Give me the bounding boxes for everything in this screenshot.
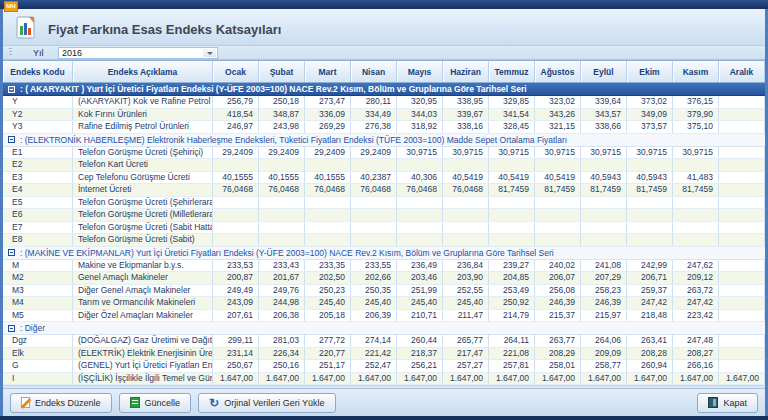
cell-index-code[interactable]: E5 (3, 197, 73, 209)
cell-month-value[interactable]: 40,5943 (627, 172, 673, 184)
cell-index-code[interactable]: E6 (3, 209, 73, 221)
cell-month-value[interactable] (673, 197, 719, 209)
column-header-9[interactable]: Ağustos (535, 61, 581, 82)
cell-month-value[interactable]: 250,18 (259, 96, 305, 108)
cell-month-value[interactable]: 76,0468 (305, 184, 351, 196)
cell-index-description[interactable]: (DOĞALGAZ) Gaz Üretimi ve Dağıtımı (73, 335, 213, 347)
cell-index-description[interactable]: (İŞÇİLİK) İşçilikle İlgili Temel ve Günc… (73, 373, 213, 385)
cell-index-description[interactable]: Diğer Özel Amaçları Makineler (73, 310, 213, 322)
chevron-down-icon[interactable] (203, 49, 216, 57)
table-row[interactable]: M3Diğer Genel Amaçlı Makineler249,49249,… (3, 285, 765, 298)
cell-index-code[interactable]: M2 (3, 272, 73, 284)
cell-index-code[interactable]: E3 (3, 172, 73, 184)
table-row[interactable]: Y3Rafine Edilmiş Petrol Ürünleri246,9724… (3, 121, 765, 134)
table-row[interactable]: E8Telefon Görüşme Ücreti (Sabit) (3, 234, 765, 247)
cell-month-value[interactable]: 245,40 (443, 297, 489, 309)
cell-month-value[interactable]: 221,42 (351, 348, 397, 360)
cell-month-value[interactable]: 242,99 (627, 260, 673, 272)
cell-index-code[interactable]: E7 (3, 222, 73, 234)
cell-month-value[interactable]: 233,43 (259, 260, 305, 272)
cell-month-value[interactable] (673, 234, 719, 246)
cell-month-value[interactable]: 1.647,00 (351, 373, 397, 385)
cell-month-value[interactable] (719, 121, 765, 133)
cell-month-value[interactable]: 1.647,00 (213, 373, 259, 385)
cell-month-value[interactable]: 40,5419 (535, 172, 581, 184)
cell-month-value[interactable]: 318,92 (397, 121, 443, 133)
cell-month-value[interactable]: 1.647,00 (719, 373, 765, 385)
cell-month-value[interactable]: 257,27 (443, 360, 489, 372)
cell-month-value[interactable]: 208,28 (627, 348, 673, 360)
cell-month-value[interactable] (489, 234, 535, 246)
cell-month-value[interactable]: 338,66 (581, 121, 627, 133)
cell-month-value[interactable] (305, 222, 351, 234)
cell-month-value[interactable] (719, 222, 765, 234)
cell-month-value[interactable]: 373,57 (627, 121, 673, 133)
cell-month-value[interactable]: 320,95 (397, 96, 443, 108)
cell-index-description[interactable]: (ELEKTRİK) Elektrik Enerjisinin Üretimi,… (73, 348, 213, 360)
cell-month-value[interactable]: 233,55 (351, 260, 397, 272)
column-header-12[interactable]: Kasım (673, 61, 719, 82)
cell-month-value[interactable]: 253,49 (489, 285, 535, 297)
cell-month-value[interactable] (259, 209, 305, 221)
table-row[interactable]: M4Tarım ve Ormancılık Makineleri243,0924… (3, 297, 765, 310)
cell-month-value[interactable] (719, 96, 765, 108)
column-header-13[interactable]: Aralık (719, 61, 765, 82)
column-header-4[interactable]: Mart (305, 61, 351, 82)
cell-month-value[interactable]: 249,49 (213, 285, 259, 297)
cell-month-value[interactable]: 217,47 (443, 348, 489, 360)
cell-month-value[interactable]: 40,5419 (443, 172, 489, 184)
cell-month-value[interactable]: 260,44 (397, 335, 443, 347)
cell-month-value[interactable]: 266,16 (673, 360, 719, 372)
cell-month-value[interactable]: 1.647,00 (581, 373, 627, 385)
cell-month-value[interactable]: 323,02 (535, 96, 581, 108)
cell-month-value[interactable]: 218,37 (397, 348, 443, 360)
cell-month-value[interactable]: 299,11 (213, 335, 259, 347)
cell-month-value[interactable]: 81,7459 (489, 184, 535, 196)
cell-index-description[interactable]: Kok Fırını Ürünleri (73, 109, 213, 121)
cell-month-value[interactable]: 1.647,00 (443, 373, 489, 385)
table-row[interactable]: E4İnternet Ücreti76,046876,046876,046876… (3, 184, 765, 197)
table-row[interactable]: E5Telefon Görüşme Ücreti (Şehirlerarası) (3, 197, 765, 210)
cell-month-value[interactable]: 76,0468 (397, 184, 443, 196)
collapse-minus-icon[interactable] (8, 86, 15, 93)
cell-month-value[interactable]: 210,71 (397, 310, 443, 322)
cell-month-value[interactable]: 81,7459 (535, 184, 581, 196)
cell-month-value[interactable]: 203,46 (397, 272, 443, 284)
cell-month-value[interactable] (719, 147, 765, 159)
cell-month-value[interactable] (627, 234, 673, 246)
cell-month-value[interactable] (673, 209, 719, 221)
cell-month-value[interactable] (719, 260, 765, 272)
cell-month-value[interactable]: 29,2409 (351, 147, 397, 159)
cell-month-value[interactable] (351, 209, 397, 221)
cell-month-value[interactable] (443, 159, 489, 171)
cell-month-value[interactable]: 379,90 (673, 109, 719, 121)
cell-month-value[interactable]: 41,483 (673, 172, 719, 184)
cell-month-value[interactable]: 1.647,00 (489, 373, 535, 385)
cell-month-value[interactable]: 200,87 (213, 272, 259, 284)
cell-month-value[interactable] (719, 197, 765, 209)
cell-month-value[interactable]: 204,85 (489, 272, 535, 284)
cell-index-code[interactable]: I (3, 373, 73, 385)
group-header-row[interactable]: : (MAKİNE VE EKİPMANLAR) Yurt İçi Üretic… (3, 247, 765, 260)
cell-month-value[interactable] (719, 234, 765, 246)
cell-index-code[interactable]: M3 (3, 285, 73, 297)
cell-month-value[interactable]: 334,49 (351, 109, 397, 121)
cell-month-value[interactable]: 30,9715 (535, 147, 581, 159)
cell-month-value[interactable] (259, 222, 305, 234)
cell-month-value[interactable] (259, 197, 305, 209)
cell-month-value[interactable]: 206,71 (627, 272, 673, 284)
cell-month-value[interactable]: 201,67 (259, 272, 305, 284)
cell-month-value[interactable]: 233,35 (305, 260, 351, 272)
cell-month-value[interactable]: 251,99 (397, 285, 443, 297)
cell-month-value[interactable]: 277,72 (305, 335, 351, 347)
cell-month-value[interactable]: 343,57 (581, 109, 627, 121)
cell-month-value[interactable]: 263,77 (535, 335, 581, 347)
cell-month-value[interactable]: 208,29 (535, 348, 581, 360)
cell-month-value[interactable] (627, 197, 673, 209)
cell-month-value[interactable]: 40,1555 (259, 172, 305, 184)
cell-month-value[interactable] (719, 272, 765, 284)
cell-month-value[interactable]: 245,40 (351, 297, 397, 309)
cell-month-value[interactable] (397, 222, 443, 234)
cell-month-value[interactable]: 338,95 (443, 96, 489, 108)
cell-index-description[interactable]: Telefon Görüşme Ücreti (Şehirlerarası) (73, 197, 213, 209)
